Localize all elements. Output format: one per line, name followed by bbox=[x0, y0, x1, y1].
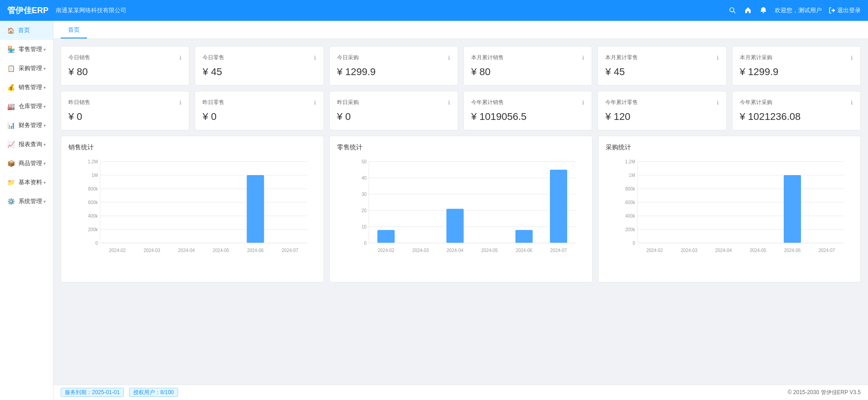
search-icon[interactable] bbox=[728, 6, 737, 14]
sidebar-item-goods[interactable]: 📦 商品管理 ▾ bbox=[0, 154, 53, 173]
stat-label: 本月累计采购 bbox=[740, 54, 772, 62]
svg-rect-17 bbox=[247, 175, 264, 243]
purchase-chart-card: 采购统计 0200k400k600k800k1M1.2M2024-022024-… bbox=[598, 136, 861, 282]
svg-text:0: 0 bbox=[364, 241, 366, 246]
svg-text:2024-02: 2024-02 bbox=[646, 248, 663, 253]
svg-text:2024-03: 2024-03 bbox=[681, 248, 698, 253]
stat-card: 今日零售 ℹ ¥ 45 bbox=[195, 46, 323, 86]
info-icon[interactable]: ℹ bbox=[448, 55, 450, 61]
info-icon[interactable]: ℹ bbox=[314, 55, 316, 61]
svg-text:1.2M: 1.2M bbox=[88, 159, 98, 164]
footer-left: 服务到期：2025-01-01 授权用户：8/100 bbox=[61, 389, 182, 396]
stat-label: 今日采购 bbox=[337, 54, 359, 62]
svg-text:2024-02: 2024-02 bbox=[378, 248, 395, 253]
svg-text:400k: 400k bbox=[88, 214, 98, 219]
sidebar-item-purchase[interactable]: 📋 采购管理 ▾ bbox=[0, 59, 53, 78]
sidebar-base-label: 基本资料 bbox=[19, 178, 42, 186]
chevron-retail: ▾ bbox=[43, 47, 46, 52]
stats-row2: 昨日销售 ℹ ¥ 0 昨日零售 ℹ ¥ 0 昨日采购 ℹ ¥ 0 今年累计销售 bbox=[61, 91, 861, 130]
retail-chart-area: 010203040502024-022024-032024-042024-052… bbox=[337, 157, 585, 275]
chevron-base: ▾ bbox=[43, 180, 46, 185]
retail-icon: 🏪 bbox=[7, 46, 15, 53]
info-icon[interactable]: ℹ bbox=[179, 100, 182, 106]
svg-text:0: 0 bbox=[632, 241, 635, 246]
sidebar-goods-label: 商品管理 bbox=[19, 159, 42, 167]
info-icon[interactable]: ℹ bbox=[314, 100, 316, 106]
welcome-text: 欢迎您，测试用户 bbox=[775, 6, 822, 14]
sales-chart-area: 0200k400k600k800k1M1.2M2024-022024-03202… bbox=[68, 157, 316, 275]
svg-text:2024-05: 2024-05 bbox=[750, 248, 767, 253]
svg-text:200k: 200k bbox=[88, 227, 98, 232]
svg-text:600k: 600k bbox=[625, 200, 636, 205]
info-icon[interactable]: ℹ bbox=[582, 100, 584, 106]
stat-label: 昨日零售 bbox=[203, 99, 224, 106]
info-icon[interactable]: ℹ bbox=[448, 100, 450, 106]
sidebar-item-home[interactable]: 🏠 首页 bbox=[0, 21, 53, 40]
main-layout: 🏠 首页 🏪 零售管理 ▾ 📋 采购管理 ▾ 💰 销售管理 ▾ 🏭 仓库管理 ▾… bbox=[0, 21, 868, 400]
stat-label: 今日销售 bbox=[68, 54, 90, 62]
tab-home[interactable]: 首页 bbox=[61, 22, 87, 38]
stat-label: 今年累计销售 bbox=[471, 99, 504, 106]
svg-text:2024-02: 2024-02 bbox=[109, 248, 126, 253]
sidebar-report-label: 报表查询 bbox=[19, 140, 42, 148]
stat-card-header: 今日采购 ℹ bbox=[337, 54, 450, 62]
stat-card: 今年累计销售 ℹ ¥ 1019056.5 bbox=[463, 91, 592, 130]
chart-svg: 0200k400k600k800k1M1.2M2024-022024-03202… bbox=[606, 157, 853, 266]
chevron-purchase: ▾ bbox=[43, 66, 46, 71]
notification-icon[interactable] bbox=[759, 6, 767, 14]
logout-button[interactable]: 退出登录 bbox=[829, 6, 861, 14]
home-nav-icon[interactable] bbox=[744, 6, 752, 14]
stat-card: 昨日零售 ℹ ¥ 0 bbox=[195, 91, 323, 130]
info-icon[interactable]: ℹ bbox=[717, 100, 719, 106]
stat-value: ¥ 1299.9 bbox=[337, 66, 450, 78]
info-icon[interactable]: ℹ bbox=[717, 55, 719, 61]
stat-label: 本月累计销售 bbox=[471, 54, 504, 62]
sidebar-retail-label: 零售管理 bbox=[19, 45, 42, 53]
stat-card-header: 昨日零售 ℹ bbox=[203, 99, 316, 106]
stat-value: ¥ 1019056.5 bbox=[471, 111, 584, 123]
stat-card: 昨日采购 ℹ ¥ 0 bbox=[329, 91, 458, 130]
stat-value: ¥ 0 bbox=[337, 111, 450, 123]
stat-card: 本月累计零售 ℹ ¥ 45 bbox=[598, 46, 726, 86]
stat-card: 昨日销售 ℹ ¥ 0 bbox=[61, 91, 189, 130]
chevron-goods: ▾ bbox=[43, 161, 46, 166]
sidebar-item-sales[interactable]: 💰 销售管理 ▾ bbox=[0, 78, 53, 97]
svg-rect-40 bbox=[516, 230, 533, 243]
svg-text:2024-04: 2024-04 bbox=[178, 248, 195, 253]
svg-text:50: 50 bbox=[362, 159, 367, 164]
info-icon[interactable]: ℹ bbox=[851, 55, 853, 61]
sidebar-warehouse-label: 仓库管理 bbox=[19, 102, 42, 110]
goods-icon: 📦 bbox=[7, 160, 15, 167]
stat-card-header: 今日销售 ℹ bbox=[68, 54, 182, 62]
svg-text:0: 0 bbox=[95, 241, 98, 246]
stat-value: ¥ 1021236.08 bbox=[740, 111, 853, 123]
sidebar-item-finance[interactable]: 📊 财务管理 ▾ bbox=[0, 116, 53, 135]
sidebar-item-system[interactable]: ⚙️ 系统管理 ▾ bbox=[0, 192, 53, 211]
report-icon: 📈 bbox=[7, 141, 15, 148]
stat-card-header: 本月累计采购 ℹ bbox=[740, 54, 853, 62]
info-icon[interactable]: ℹ bbox=[851, 100, 853, 106]
svg-text:2024-05: 2024-05 bbox=[212, 248, 229, 253]
header: 管伊佳ERP 南通某某网络科技有限公司 欢迎您，测试用户 退出登录 bbox=[0, 0, 868, 21]
sidebar-item-warehouse[interactable]: 🏭 仓库管理 ▾ bbox=[0, 97, 53, 116]
sales-chart-title: 销售统计 bbox=[68, 143, 316, 152]
info-icon[interactable]: ℹ bbox=[582, 55, 584, 61]
stat-label: 本月累计零售 bbox=[605, 54, 638, 62]
chevron-sales: ▾ bbox=[43, 85, 46, 90]
stat-card: 本月累计销售 ℹ ¥ 80 bbox=[463, 46, 592, 86]
stat-label: 今日零售 bbox=[203, 54, 224, 62]
authorized-users-badge: 授权用户：8/100 bbox=[129, 388, 178, 397]
info-icon[interactable]: ℹ bbox=[179, 55, 182, 61]
sidebar-sales-label: 销售管理 bbox=[19, 83, 42, 91]
svg-text:2024-04: 2024-04 bbox=[447, 248, 463, 253]
svg-text:2024-05: 2024-05 bbox=[481, 248, 498, 253]
sidebar-purchase-label: 采购管理 bbox=[19, 64, 42, 72]
sidebar-item-report[interactable]: 📈 报表查询 ▾ bbox=[0, 135, 53, 154]
header-right: 欢迎您，测试用户 退出登录 bbox=[728, 6, 861, 14]
footer-copyright: © 2015-2030 管伊佳ERP V3.5 bbox=[788, 389, 861, 396]
stat-card-header: 今日零售 ℹ bbox=[203, 54, 316, 62]
stat-value: ¥ 80 bbox=[471, 66, 584, 78]
sidebar-item-base[interactable]: 📁 基本资料 ▾ bbox=[0, 173, 53, 192]
sidebar-item-retail[interactable]: 🏪 零售管理 ▾ bbox=[0, 40, 53, 59]
svg-text:200k: 200k bbox=[625, 227, 636, 232]
